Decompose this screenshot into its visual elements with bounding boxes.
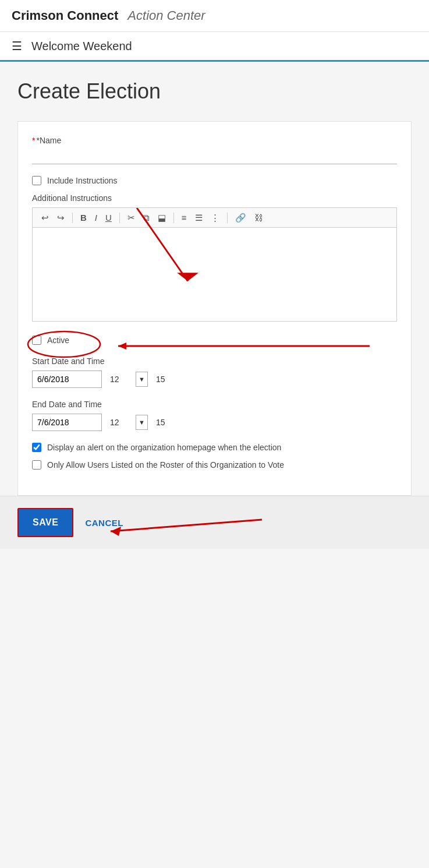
end-minute-arrow-icon: ▼	[139, 419, 145, 426]
svg-line-5	[111, 520, 262, 531]
cut-button[interactable]: ✂	[125, 211, 138, 224]
end-date-input[interactable]	[32, 414, 102, 431]
save-button[interactable]: SAVE	[17, 508, 73, 537]
toolbar-separator-2	[119, 213, 120, 223]
end-minute: 15	[156, 418, 165, 427]
action-bar: SAVE CANCEL	[0, 496, 429, 549]
start-date-input[interactable]	[32, 371, 102, 388]
app-header: Crimson Connect Action Center	[0, 0, 429, 32]
include-instructions-label: Include Instructions	[47, 176, 118, 185]
start-datetime-row: 12 ▼ 15	[32, 371, 397, 388]
cancel-button[interactable]: CANCEL	[85, 518, 123, 528]
start-datetime-label: Start Date and Time	[32, 357, 397, 366]
redo-button[interactable]: ↪	[54, 211, 68, 224]
app-name: Crimson Connect	[12, 8, 118, 23]
active-section: Active	[32, 336, 397, 345]
link-button[interactable]: 🔗	[232, 211, 249, 224]
page-title: Create Election	[17, 79, 412, 104]
navbar-title: Welcome Weekend	[31, 40, 132, 53]
name-label: **Name	[32, 136, 397, 145]
bold-button[interactable]: B	[77, 211, 90, 224]
svg-marker-6	[111, 527, 121, 536]
hamburger-icon[interactable]: ☰	[12, 39, 22, 53]
active-label: Active	[47, 336, 69, 345]
display-alert-row: Display an alert on the organization hom…	[32, 443, 397, 452]
end-datetime-label: End Date and Time	[32, 400, 397, 409]
only-allow-row: Only Allow Users Listed on the Roster of…	[32, 460, 397, 470]
include-instructions-checkbox[interactable]	[32, 176, 41, 185]
end-datetime-section: End Date and Time 12 ▼ 15	[32, 400, 397, 431]
undo-button[interactable]: ↩	[38, 211, 52, 224]
only-allow-label: Only Allow Users Listed on the Roster of…	[47, 460, 284, 470]
svg-marker-4	[118, 343, 126, 350]
end-minute-select[interactable]: ▼	[136, 415, 148, 430]
active-arrow-annotation	[108, 340, 370, 352]
required-indicator: *	[32, 136, 35, 145]
rte-body[interactable]	[33, 228, 396, 321]
end-datetime-row: 12 ▼ 15	[32, 414, 397, 431]
name-input[interactable]	[32, 149, 397, 164]
paste-button[interactable]: ⬓	[155, 211, 169, 224]
toolbar-separator-3	[173, 213, 174, 223]
main-content: Create Election **Name Include Instructi…	[0, 62, 429, 496]
start-minute-select[interactable]: ▼	[136, 372, 148, 387]
form-card: **Name Include Instructions Additional I…	[17, 121, 412, 496]
display-alert-label: Display an alert on the organization hom…	[47, 443, 281, 452]
active-row: Active	[32, 336, 69, 345]
unlink-button[interactable]: ⛓	[251, 211, 266, 224]
start-minute: 15	[156, 375, 165, 384]
end-hour: 12	[110, 418, 127, 427]
start-minute-arrow-icon: ▼	[139, 376, 145, 383]
section-name: Action Center	[127, 8, 205, 23]
underline-button[interactable]: U	[102, 211, 115, 224]
start-hour: 12	[110, 375, 127, 384]
start-datetime-section: Start Date and Time 12 ▼ 15	[32, 357, 397, 388]
toolbar-separator-4	[227, 213, 228, 223]
display-alert-checkbox[interactable]	[32, 443, 41, 452]
active-checkbox[interactable]	[32, 336, 41, 345]
navbar: ☰ Welcome Weekend	[0, 32, 429, 62]
align-right-button[interactable]: ⋮	[208, 211, 222, 224]
rich-text-editor: ↩ ↪ B I U ✂ ⧉ ⬓ ≡ ☰ ⋮ 🔗 ⛓	[32, 207, 397, 322]
toolbar-separator-1	[72, 213, 73, 223]
italic-button[interactable]: I	[92, 211, 100, 224]
copy-button[interactable]: ⧉	[140, 211, 153, 224]
align-left-button[interactable]: ≡	[179, 211, 190, 224]
include-instructions-row: Include Instructions	[32, 176, 397, 185]
additional-instructions-label: Additional Instructions	[32, 193, 397, 203]
align-center-button[interactable]: ☰	[192, 211, 205, 224]
rte-toolbar: ↩ ↪ B I U ✂ ⧉ ⬓ ≡ ☰ ⋮ 🔗 ⛓	[33, 208, 396, 228]
only-allow-checkbox[interactable]	[32, 460, 41, 470]
